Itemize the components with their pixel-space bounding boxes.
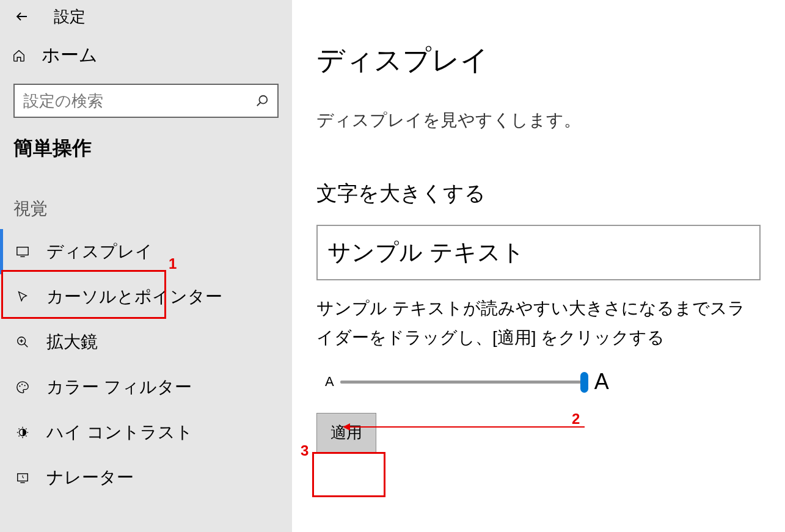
palette-icon	[13, 381, 32, 394]
sidebar-item-magnifier[interactable]: 拡大鏡	[0, 319, 292, 365]
svg-point-12	[19, 385, 20, 387]
nav-label: ハイ コントラスト	[46, 421, 193, 444]
svg-point-4	[259, 96, 267, 104]
svg-line-5	[257, 103, 261, 106]
section-title: 文字を大きくする	[316, 180, 761, 208]
nav-label: カラー フィルター	[46, 376, 192, 399]
nav-label: ディスプレイ	[46, 240, 153, 263]
group-label: 視覚	[0, 175, 292, 229]
svg-line-23	[26, 428, 26, 429]
page-subtitle: ディスプレイを見やすくします。	[316, 109, 761, 132]
cursor-icon	[13, 290, 32, 304]
text-size-slider-row: A A	[316, 368, 761, 396]
search-input[interactable]	[23, 92, 255, 111]
home-nav[interactable]: ホーム	[0, 33, 292, 84]
sidebar-item-display[interactable]: ディスプレイ	[0, 229, 292, 274]
sidebar-item-cursor[interactable]: カーソルとポインター	[0, 274, 292, 319]
titlebar: 設定	[0, 0, 292, 33]
page-title: ディスプレイ	[316, 42, 761, 79]
main-content: ディスプレイ ディスプレイを見やすくします。 文字を大きくする サンプル テキス…	[292, 0, 785, 532]
search-box[interactable]	[13, 84, 279, 118]
nav-label: 拡大鏡	[46, 330, 98, 354]
category-title: 簡単操作	[0, 128, 292, 175]
sample-text-box: サンプル テキスト	[316, 225, 761, 280]
magnifier-icon	[13, 335, 32, 349]
svg-rect-6	[17, 247, 28, 255]
svg-point-13	[21, 384, 23, 385]
display-icon	[13, 245, 32, 258]
home-icon	[12, 49, 26, 62]
svg-point-14	[24, 385, 26, 386]
search-icon	[255, 94, 269, 107]
nav-label: カーソルとポインター	[46, 285, 222, 308]
slider-min-label: A	[325, 374, 334, 390]
contrast-icon	[13, 426, 32, 439]
nav-label: ナレーター	[46, 466, 134, 489]
window-title: 設定	[54, 6, 86, 27]
apply-button[interactable]: 適用	[316, 413, 376, 453]
home-label: ホーム	[42, 43, 98, 68]
slider-thumb[interactable]	[580, 372, 588, 393]
help-text: サンプル テキストが読みやすい大きさになるまでスライダーをドラッグし、[適用] …	[316, 294, 761, 352]
sidebar: 設定 ホーム 簡単操作 視覚 ディスプレイ カーソルとポインター	[0, 0, 292, 532]
sidebar-item-color-filter[interactable]: カラー フィルター	[0, 365, 292, 410]
back-button[interactable]	[15, 9, 29, 24]
svg-line-21	[26, 435, 26, 436]
svg-line-20	[18, 428, 19, 429]
svg-line-9	[24, 344, 28, 348]
sidebar-item-high-contrast[interactable]: ハイ コントラスト	[0, 410, 292, 455]
sidebar-item-narrator[interactable]: ナレーター	[0, 455, 292, 500]
svg-line-22	[18, 435, 19, 436]
narrator-icon	[13, 471, 32, 484]
text-size-slider[interactable]	[340, 381, 585, 384]
slider-max-label: A	[594, 369, 609, 395]
